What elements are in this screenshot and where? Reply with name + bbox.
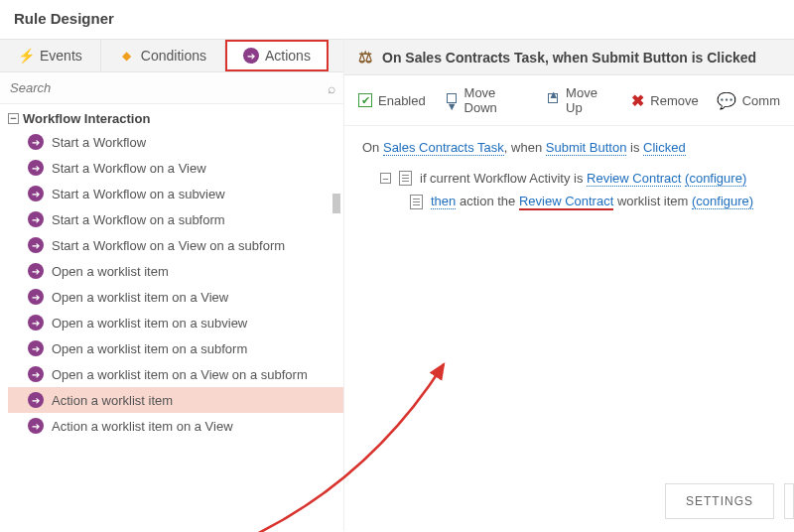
sentence-link-event[interactable]: Clicked: [643, 140, 686, 156]
rule-title-bar: ⚖ On Sales Contracts Task, when Submit B…: [344, 39, 794, 75]
tree-item-label: Open a worklist item: [52, 264, 169, 279]
scrollbar-thumb[interactable]: [332, 194, 340, 213]
action-row: then action the Review Contract worklist…: [410, 194, 776, 210]
next-button[interactable]: [784, 483, 794, 519]
arrow-circle-icon: ➔: [28, 418, 44, 434]
doc-icon: [399, 171, 412, 186]
arrow-circle-icon: ➔: [28, 392, 44, 408]
tree-item-label: Start a Workflow on a subview: [52, 187, 225, 201]
action-mid: action the: [456, 194, 519, 208]
search-bar: ⌕: [0, 72, 343, 104]
left-tabs: ⚡ Events ◆ Conditions ➔ Actions: [0, 39, 343, 72]
arrow-circle-icon: ➔: [28, 366, 44, 382]
tree-item-label: Start a Workflow: [52, 135, 146, 150]
tree-item[interactable]: ➔Open a worklist item on a View: [8, 284, 343, 310]
tab-events[interactable]: ⚡ Events: [0, 40, 101, 71]
tab-conditions-label: Conditions: [141, 48, 206, 64]
tree-item[interactable]: ➔Open a worklist item on a subform: [8, 335, 343, 361]
tab-conditions[interactable]: ◆ Conditions: [101, 40, 225, 71]
arrow-circle-icon: ➔: [28, 211, 44, 227]
sentence-mid2: is: [626, 140, 643, 155]
tree-item-label: Start a Workflow on a View on a subform: [52, 238, 285, 253]
rule-content: On Sales Contracts Task, when Submit But…: [344, 126, 794, 531]
enabled-label: Enabled: [378, 93, 426, 108]
tab-events-label: Events: [40, 48, 82, 64]
sentence-link-task[interactable]: Sales Contracts Task: [383, 140, 504, 156]
tree-item-label: Open a worklist item on a View: [52, 290, 228, 305]
action-configure[interactable]: (configure): [692, 194, 753, 209]
tree-item-label: Action a worklist item: [52, 393, 173, 408]
footer-buttons: SETTINGS: [665, 483, 794, 519]
tree-item-label: Open a worklist item on a subview: [52, 316, 247, 331]
arrow-circle-icon: ➔: [28, 237, 44, 253]
arrow-circle-icon: ➔: [28, 289, 44, 305]
tree-item-label: Open a worklist item on a View on a subf…: [52, 367, 308, 382]
arrow-circle-icon: ➔: [28, 186, 44, 201]
rule-toolbar: ✔ Enabled ▼ Move Down ▲ Move Up ✖ Remove…: [344, 75, 794, 126]
doc-icon: [410, 195, 423, 209]
tree-item[interactable]: ➔Open a worklist item on a subview: [8, 310, 343, 335]
moveup-icon: ▲: [545, 92, 560, 108]
arrow-circle-icon: ➔: [28, 160, 44, 176]
arrow-circle-icon: ➔: [28, 340, 44, 356]
collapse-icon[interactable]: −: [380, 173, 391, 184]
comment-button[interactable]: 💬 Comm: [717, 91, 780, 110]
action-link[interactable]: Review Contract: [519, 194, 613, 209]
tree-item[interactable]: ➔Action a worklist item on a View: [8, 413, 343, 439]
sentence-mid1: , when: [504, 140, 546, 155]
gavel-icon: ⚖: [358, 48, 372, 66]
tab-actions-label: Actions: [265, 48, 311, 64]
condition-configure[interactable]: (configure): [685, 171, 746, 187]
tree-item[interactable]: ➔Start a Workflow: [8, 129, 343, 155]
search-icon[interactable]: ⌕: [328, 80, 335, 96]
collapse-icon[interactable]: −: [8, 113, 19, 124]
sentence-prefix: On: [362, 140, 383, 155]
action-link-text: Review Contract: [519, 194, 613, 210]
page-title: Rule Designer: [0, 0, 794, 39]
moveup-button[interactable]: ▲ Move Up: [545, 85, 613, 115]
tree-category[interactable]: − Workflow Interaction: [8, 108, 343, 129]
rule-sentence: On Sales Contracts Task, when Submit But…: [362, 140, 776, 155]
checkbox-icon: ✔: [358, 93, 372, 107]
enabled-toggle[interactable]: ✔ Enabled: [358, 93, 426, 108]
condition-row: − if current Workflow Activity is Review…: [380, 171, 776, 186]
action-then[interactable]: then: [431, 194, 456, 209]
tree-item-label: Start a Workflow on a subform: [52, 212, 225, 227]
tree-item[interactable]: ➔Open a worklist item: [8, 258, 343, 284]
sentence-link-button[interactable]: Submit Button: [546, 140, 627, 156]
comment-label: Comm: [742, 93, 780, 108]
tree-item[interactable]: ➔Start a Workflow on a View on a subform: [8, 232, 343, 258]
tree-item-label: Open a worklist item on a subform: [52, 341, 247, 356]
remove-button[interactable]: ✖ Remove: [631, 91, 698, 110]
remove-icon: ✖: [631, 91, 644, 110]
settings-button[interactable]: SETTINGS: [665, 483, 774, 519]
arrow-circle-icon: ➔: [28, 134, 44, 150]
tree-item[interactable]: ➔Action a worklist item: [8, 387, 343, 413]
movedown-button[interactable]: ▼ Move Down: [444, 85, 528, 115]
tree-item[interactable]: ➔Start a Workflow on a subview: [8, 181, 343, 206]
tab-actions[interactable]: ➔ Actions: [225, 40, 329, 71]
movedown-label: Move Down: [464, 85, 528, 115]
arrow-circle-icon: ➔: [28, 315, 44, 331]
comment-icon: 💬: [717, 91, 736, 110]
diamond-icon: ◆: [119, 48, 135, 64]
condition-text: if current Workflow Activity is: [420, 171, 587, 186]
tree-item-label: Action a worklist item on a View: [52, 419, 233, 434]
bolt-icon: ⚡: [18, 48, 34, 64]
condition-link[interactable]: Review Contract: [587, 171, 681, 187]
action-tail: worklist item: [613, 194, 692, 208]
remove-label: Remove: [650, 93, 698, 108]
movedown-icon: ▼: [444, 92, 459, 108]
moveup-label: Move Up: [566, 85, 613, 115]
tree-item[interactable]: ➔Start a Workflow on a subform: [8, 206, 343, 232]
arrow-circle-icon: ➔: [243, 48, 259, 64]
tree-item-label: Start a Workflow on a View: [52, 161, 206, 176]
rule-title-text: On Sales Contracts Task, when Submit But…: [382, 50, 756, 66]
action-tree: − Workflow Interaction ➔Start a Workflow…: [0, 104, 343, 531]
tree-item[interactable]: ➔Open a worklist item on a View on a sub…: [8, 361, 343, 387]
tree-item[interactable]: ➔Start a Workflow on a View: [8, 155, 343, 181]
arrow-circle-icon: ➔: [28, 263, 44, 279]
tree-category-label: Workflow Interaction: [23, 111, 150, 126]
search-input[interactable]: [8, 76, 328, 99]
